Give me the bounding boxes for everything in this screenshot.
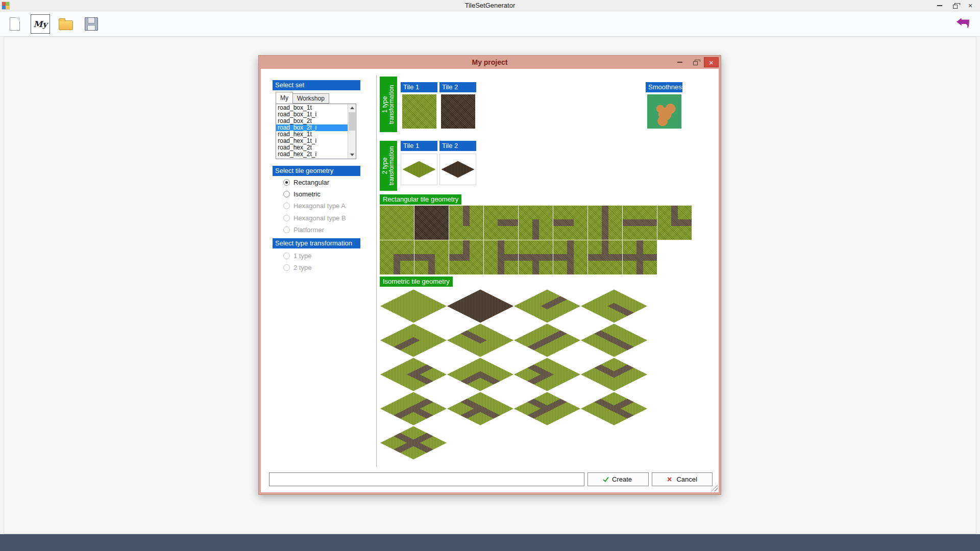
dialog-maximize-icon bbox=[693, 61, 698, 65]
radio-icon bbox=[283, 264, 290, 271]
dialog-titlebar[interactable]: My project × bbox=[261, 56, 719, 69]
type-transformation-header: Select type transformation bbox=[273, 238, 360, 248]
tile2-iso-preview bbox=[441, 161, 475, 178]
tile-road-esw bbox=[519, 240, 553, 274]
save-button[interactable] bbox=[82, 14, 101, 34]
tile-grass bbox=[380, 289, 447, 323]
tile-row bbox=[380, 425, 647, 460]
restore-icon bbox=[953, 5, 958, 9]
dialog-title: My project bbox=[472, 58, 507, 66]
tile-road-ne bbox=[380, 357, 447, 391]
set-list: road_box_1troad_box_1t_iroad_box_2troad_… bbox=[276, 104, 348, 159]
titlebar: TileSetGenerator × bbox=[0, 0, 980, 11]
tile-road-sw bbox=[513, 357, 580, 391]
open-folder-icon bbox=[59, 20, 73, 30]
tile-road-new bbox=[580, 391, 647, 425]
minimize-button[interactable] bbox=[932, 0, 947, 11]
tile-road-esw bbox=[447, 391, 513, 425]
tile-road-nes bbox=[484, 240, 518, 274]
cancel-button[interactable]: × Cancel bbox=[652, 472, 713, 486]
tile-road-s bbox=[519, 206, 553, 240]
save-icon bbox=[85, 17, 98, 31]
tile2-preview bbox=[441, 94, 475, 129]
open-button[interactable] bbox=[56, 14, 76, 34]
iso-geometry-header: Isometric tile geometry bbox=[380, 277, 453, 287]
tile-road-sw bbox=[414, 240, 449, 274]
geometry-header: Select tile geometry bbox=[273, 166, 360, 176]
workshop-button[interactable] bbox=[953, 14, 973, 34]
dialog-body: Select set My Workshop road_box_1troad_b… bbox=[261, 69, 719, 492]
listbox-scrollbar[interactable] bbox=[348, 104, 356, 159]
tile-road-e bbox=[484, 206, 518, 240]
tile-dirt bbox=[441, 94, 475, 129]
tile-road-n bbox=[513, 289, 580, 323]
set-tabs: My Workshop bbox=[276, 92, 329, 104]
set-listbox[interactable]: road_box_1troad_box_1t_iroad_box_2troad_… bbox=[276, 104, 356, 159]
my-projects-icon: My bbox=[33, 19, 47, 29]
check-icon bbox=[603, 475, 609, 482]
tile-dirt bbox=[441, 161, 475, 178]
radio-icon bbox=[283, 191, 290, 197]
scroll-down-button[interactable] bbox=[348, 151, 356, 159]
tile-row bbox=[380, 206, 692, 240]
iso-tile-grid bbox=[380, 289, 647, 460]
tab-my[interactable]: My bbox=[276, 92, 293, 104]
tile-row bbox=[380, 323, 647, 357]
tile-row bbox=[380, 357, 647, 391]
tile-road-ns bbox=[588, 206, 622, 240]
vertical-separator bbox=[376, 75, 377, 467]
one-type-transformation-label: 1 type transformation bbox=[380, 77, 397, 132]
radio-platformer: Platformer bbox=[283, 226, 324, 234]
dialog-close-icon: × bbox=[709, 59, 714, 66]
radio-icon bbox=[283, 227, 290, 233]
scrollbar-track[interactable] bbox=[348, 112, 356, 151]
tab-workshop[interactable]: Workshop bbox=[292, 93, 329, 104]
tile1-iso-header: Tile 1 bbox=[401, 141, 437, 151]
my-projects-button[interactable]: My bbox=[31, 14, 50, 34]
radio-1-type: 1 type bbox=[283, 252, 311, 260]
list-item-road_hex_2t_i[interactable]: road_hex_2t_i bbox=[276, 151, 348, 158]
tile-road-ns bbox=[513, 323, 580, 357]
tile-road-n bbox=[449, 206, 483, 240]
tile2-iso-header: Tile 2 bbox=[439, 141, 476, 151]
dialog-close-button[interactable]: × bbox=[704, 57, 719, 67]
dialog-minimize-button[interactable] bbox=[672, 57, 687, 67]
minimize-icon bbox=[937, 5, 942, 6]
rect-geometry-header: Rectangular tile geometry bbox=[380, 194, 461, 205]
radio-rectangular[interactable]: Rectangular bbox=[283, 178, 329, 186]
taskbar bbox=[0, 534, 980, 551]
dialog-window-controls: × bbox=[672, 57, 719, 67]
radio-isometric[interactable]: Isometric bbox=[283, 190, 321, 198]
tile-road-new bbox=[588, 240, 622, 274]
restore-button[interactable] bbox=[947, 0, 963, 11]
tile-dirt bbox=[414, 206, 449, 240]
smoothness-header: Smoothness bbox=[646, 82, 682, 92]
radio-label: Hexagonal type B bbox=[293, 214, 346, 222]
tile-road-nes bbox=[380, 391, 447, 425]
radio-2-type: 2 type bbox=[283, 263, 311, 271]
window-controls: × bbox=[932, 0, 978, 11]
radio-icon bbox=[283, 203, 290, 209]
tile-row bbox=[380, 240, 692, 274]
radio-icon bbox=[283, 253, 290, 259]
close-button[interactable]: × bbox=[963, 0, 978, 11]
radio-hexagonal-a: Hexagonal type A bbox=[283, 202, 346, 210]
scroll-up-button[interactable] bbox=[348, 104, 356, 112]
scrollbar-thumb[interactable] bbox=[349, 112, 355, 131]
dialog-maximize-button[interactable] bbox=[688, 57, 703, 67]
app-icon bbox=[2, 2, 10, 10]
workshop-arrow-icon bbox=[956, 18, 970, 30]
tile-road-ne bbox=[657, 206, 692, 240]
tile-row bbox=[380, 289, 647, 323]
tile-row bbox=[380, 391, 647, 425]
tile-road-es bbox=[380, 240, 414, 274]
dialog-my-project: My project × Select set My Workshop road… bbox=[258, 55, 721, 495]
radio-icon bbox=[283, 179, 290, 186]
create-button[interactable]: Create bbox=[587, 472, 649, 486]
radio-icon bbox=[283, 215, 290, 221]
two-type-transformation-label: 2 type transformation bbox=[380, 141, 397, 191]
create-button-label: Create bbox=[612, 475, 632, 483]
tile-road-nesw bbox=[380, 425, 447, 460]
new-file-button[interactable] bbox=[5, 14, 24, 34]
smoothness-preview bbox=[647, 94, 681, 129]
